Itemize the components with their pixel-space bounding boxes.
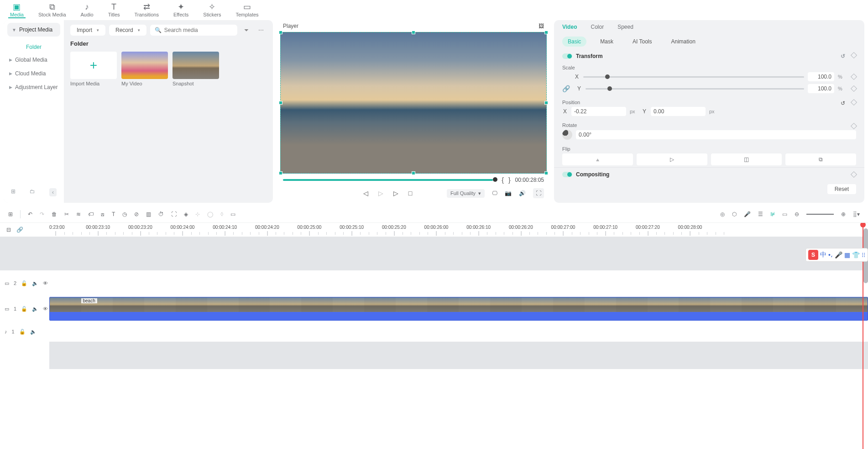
timer-icon[interactable]: ⏱ (158, 211, 164, 217)
flip-vertical-button[interactable]: ▷ (637, 153, 707, 165)
target-icon[interactable]: ◎ (720, 211, 725, 217)
more-icon[interactable]: ⋯ (256, 25, 267, 35)
import-media-card[interactable]: + Import Media (70, 52, 117, 86)
filter-icon[interactable]: ⏷ (241, 25, 252, 35)
inspector-subtab-aitools[interactable]: AI Tools (627, 37, 657, 47)
pos-y-input[interactable]: 0.00 (651, 107, 706, 116)
tab-audio[interactable]: ♪Audio (79, 3, 95, 17)
speed-icon[interactable]: ◷ (122, 211, 127, 217)
ime-mic-icon[interactable]: 🎤 (835, 251, 842, 259)
resize-handle[interactable] (544, 101, 548, 105)
tab-transitions[interactable]: ⇄Transitions (133, 3, 161, 17)
crop-icon[interactable]: ⟎ (101, 211, 105, 217)
reset-button[interactable]: Reset (827, 184, 856, 194)
ime-toolbar[interactable]: S 中 •، 🎤 ▦ 👕 ⁝⁝ (805, 248, 868, 262)
sidebar-adjustment-layer[interactable]: ▶Adjustment Layer (7, 80, 60, 94)
ime-expand-icon[interactable]: ⁝⁝ (862, 251, 865, 259)
tag-icon[interactable]: 🏷 (88, 211, 94, 217)
snapshot-card[interactable]: Snapshot (173, 52, 219, 86)
bin-view-icon[interactable]: ⊞ (11, 188, 16, 196)
resize-handle[interactable] (279, 171, 282, 175)
keyframe-icon[interactable] (851, 99, 857, 106)
resize-handle[interactable] (279, 101, 282, 105)
rotate-wheel[interactable] (562, 130, 572, 140)
keyframe-icon[interactable] (851, 171, 857, 178)
link-icon[interactable]: ⊘ (134, 211, 139, 217)
tab-media[interactable]: ▣Media (8, 3, 26, 18)
stop-button[interactable]: □ (408, 190, 412, 197)
lock-icon[interactable]: 🔓 (19, 329, 26, 335)
inspector-subtab-animation[interactable]: Animation (665, 37, 701, 47)
ime-punct-icon[interactable]: •، (828, 251, 833, 259)
fit-icon[interactable]: ⛶ (171, 211, 177, 217)
delete-icon[interactable]: 🗑 (52, 211, 57, 217)
pos-x-input[interactable]: -0.22 (571, 107, 626, 116)
redo-icon[interactable]: ↷ (40, 211, 44, 217)
my-video-card[interactable]: My Video (121, 52, 168, 86)
eye-icon[interactable]: 👁 (43, 306, 48, 312)
tool-icon[interactable]: ⊹ (195, 211, 200, 217)
scale-x-input[interactable]: 100.0 (808, 72, 834, 81)
eye-icon[interactable]: 👁 (43, 280, 48, 286)
ime-lang-icon[interactable]: 中 (820, 251, 826, 259)
tool-icon[interactable]: ◯ (207, 211, 213, 217)
flip-both-button[interactable]: ◫ (711, 153, 782, 165)
quality-dropdown[interactable]: Full Quality▾ (447, 189, 485, 198)
tool-icon[interactable]: ◊ (220, 211, 223, 217)
inspector-tab-color[interactable]: Color (591, 24, 604, 30)
seek-bar[interactable] (283, 179, 497, 181)
mute-icon[interactable]: 🔈 (30, 329, 37, 335)
track-head-video1[interactable]: ▭1 🔓 🔈 👁 (0, 296, 49, 322)
shield-icon[interactable]: ⬡ (732, 211, 737, 217)
keyframe-icon[interactable] (851, 85, 857, 92)
scale-x-slider[interactable] (583, 76, 804, 78)
mark-out-button[interactable]: } (508, 176, 511, 184)
video-clip[interactable]: ▶ocean, sea, beach (49, 297, 868, 321)
adjust-icon[interactable]: ▥ (146, 211, 151, 217)
search-input[interactable] (164, 27, 233, 33)
play-backward-button[interactable]: ▷ (378, 190, 383, 197)
mic-icon[interactable]: 🎤 (744, 211, 751, 217)
keyframe-icon[interactable] (851, 74, 857, 80)
player-viewport[interactable] (280, 32, 547, 174)
sidebar-cloud-media[interactable]: ▶Cloud Media (7, 67, 60, 80)
volume-icon[interactable]: 🔊 (519, 190, 526, 196)
inspector-tab-speed[interactable]: Speed (617, 24, 633, 30)
ime-grid-icon[interactable]: ▦ (844, 251, 850, 259)
marker-icon[interactable]: ▭ (782, 211, 787, 217)
tab-stickers[interactable]: ✧Stickers (201, 3, 223, 17)
zoom-in-icon[interactable]: ⊕ (841, 211, 846, 217)
reset-icon[interactable]: ↺ (841, 53, 845, 59)
play-button[interactable]: ▷ (393, 190, 398, 197)
scale-y-input[interactable]: 100.0 (808, 84, 834, 93)
flip-horizontal-button[interactable]: ⟁ (562, 153, 633, 165)
resize-handle[interactable] (544, 31, 548, 34)
rotate-input[interactable]: 0.00° (576, 130, 856, 139)
resize-handle[interactable] (412, 171, 415, 175)
tab-effects[interactable]: ✦Effects (172, 3, 190, 17)
lock-icon[interactable]: 🔓 (21, 306, 27, 312)
snapshot-icon[interactable]: 🖼 (539, 23, 544, 29)
import-dropdown[interactable]: Import▾ (70, 25, 105, 36)
inspector-subtab-basic[interactable]: Basic (562, 37, 586, 47)
seek-knob[interactable] (493, 177, 497, 182)
camera-icon[interactable]: 📷 (505, 190, 512, 196)
resize-handle[interactable] (412, 31, 415, 34)
resize-handle[interactable] (544, 171, 548, 175)
mute-icon[interactable]: 🔈 (32, 306, 38, 312)
tab-templates[interactable]: ▭Templates (234, 3, 260, 17)
view-options-icon[interactable]: ⣿▾ (853, 211, 860, 217)
magnet-icon[interactable]: ⊯ (770, 211, 775, 217)
sidebar-folder[interactable]: Folder (7, 41, 60, 53)
link-tracks-icon[interactable]: 🔗 (16, 227, 23, 233)
track-head-audio1[interactable]: ♪1 🔓 🔈 (0, 322, 49, 342)
tool-icon[interactable]: ▭ (230, 211, 235, 217)
display-icon[interactable]: 🖵 (492, 190, 497, 196)
label-icon[interactable]: ◈ (184, 211, 188, 217)
inspector-subtab-mask[interactable]: Mask (595, 37, 619, 47)
transform-toggle[interactable] (562, 53, 572, 59)
time-ruler[interactable]: 00:23:0000:00:23:1000:00:23:2000:00:24:0… (49, 223, 868, 237)
mark-in-button[interactable]: { (502, 176, 504, 184)
lock-icon[interactable]: 🔓 (21, 280, 27, 286)
prev-frame-button[interactable]: ◁ (363, 190, 368, 197)
